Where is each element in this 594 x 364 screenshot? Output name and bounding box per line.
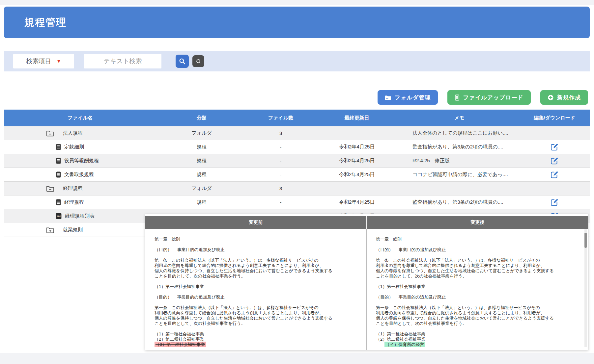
bottom-strip — [0, 353, 594, 364]
diff-text: ことを目的として、次の社会福祉事業を行う。 — [376, 273, 467, 278]
count-cell: - — [247, 140, 314, 154]
count-cell: 3 — [247, 182, 314, 195]
edit-button[interactable] — [550, 157, 559, 165]
edit-icon — [550, 157, 559, 165]
category-cell: 規程 — [156, 168, 247, 181]
diff-text: ことを目的として、次の社会福祉事業を行う。 — [155, 321, 245, 326]
folder-manage-label: フォルダ管理 — [395, 94, 431, 101]
folder-icon — [385, 95, 391, 100]
file-name[interactable]: 経理規程別表 — [65, 213, 95, 219]
diff-before-title: 変更前 — [145, 216, 367, 229]
count-cell: - — [247, 154, 314, 168]
diff-text: 個人の尊厳を保持しつつ、自立した生活を地域社会において営むことができるよう支援す… — [155, 316, 332, 321]
file-name[interactable]: 定款細則 — [64, 144, 84, 150]
diff-paragraph: （目的） 事業目的の追加及び廃止 — [376, 247, 579, 252]
file-name-cell: PDF 文書取扱規程 — [4, 168, 156, 181]
diff-text: （目的） 事業目的の追加及び廃止 — [155, 295, 224, 299]
date-cell: 令和2年4月25日 — [314, 140, 399, 154]
reset-button[interactable] — [192, 55, 204, 67]
table-header: ファイル名 分類 ファイル数 最終更新日 メモ 編集/ダウンロード — [4, 110, 590, 126]
diff-text: 利用者の意向を尊重して総合的に提供されるよう創意工夫することにより、利用者が、 — [376, 310, 545, 315]
table-row[interactable]: PDF 経理規程 規程 - 令和2年4月25日 監査指摘があり、第3条の2項の職… — [4, 195, 590, 209]
search-icon — [179, 58, 186, 65]
memo-cell: 監査指摘があり、第3条の2項の職員の.... — [399, 195, 519, 209]
pdf-icon: PDF — [56, 213, 62, 219]
edit-icon — [550, 143, 559, 151]
diff-before-column: 第一章 総則（目的） 事業目的の追加及び廃止第一条 この社会福祉法人（以下「法人… — [145, 229, 367, 350]
diff-text: 利用者の意向を尊重して総合的に提供されるよう創意工夫することにより、利用者が、 — [376, 263, 545, 268]
column-header-file-name: ファイル名 — [4, 110, 156, 126]
diff-paragraph: 第一章 総則 — [155, 237, 357, 242]
category-cell: 規程 — [156, 154, 247, 168]
scrollbar-track[interactable] — [584, 229, 587, 347]
file-name[interactable]: 経理規程 — [63, 185, 83, 192]
count-cell: 3 — [247, 126, 314, 140]
document-icon — [56, 199, 61, 205]
diff-text: （目的） 事業目的の追加及び廃止 — [376, 247, 446, 252]
folder-open-icon — [46, 185, 54, 192]
column-header-category: 分類 — [156, 110, 247, 126]
search-field-label: 検索項目 — [26, 57, 51, 65]
diff-text: （1）第一種社会福祉事業 — [376, 284, 425, 289]
table-row[interactable]: PDF 法人規程 フォルダ 3 法人全体のとしての規程はここにお願い.... — [4, 126, 590, 140]
diff-del-text: （3）第三種社会福祉事業 — [155, 342, 206, 347]
diff-paragraph: （1）第一種社会福祉事業（2）第二種社会福祉事業 （イ）保育所の経営 — [376, 331, 579, 347]
diff-paragraph: 第一条 この社会福祉法人（以下「法人」という。）は、多様な福祉サービスがその利用… — [155, 258, 357, 279]
column-header-memo: メモ — [399, 110, 519, 126]
memo-cell — [399, 182, 519, 195]
table-row[interactable]: PDF 役員等報酬規程 規程 - 令和2年4月25日 R2.4.25 修正版 — [4, 154, 590, 168]
chevron-down-icon: ▼ — [57, 59, 61, 64]
file-name-cell: PDF 役員等報酬規程 — [4, 154, 156, 168]
search-button[interactable] — [176, 55, 189, 68]
date-cell: 令和2年4月25日 — [314, 154, 399, 168]
table-row[interactable]: PDF 経理規程 フォルダ 3 — [4, 182, 590, 195]
date-cell — [314, 126, 399, 140]
file-upload-button[interactable]: ファイルアップロード — [447, 90, 531, 105]
file-name[interactable]: 文書取扱規程 — [64, 171, 94, 178]
diff-text: 第一章 総則 — [376, 237, 402, 242]
edit-cell — [520, 182, 590, 195]
folder-manage-button[interactable]: フォルダ管理 — [378, 90, 438, 105]
file-name[interactable]: 役員等報酬規程 — [64, 158, 99, 164]
table-row[interactable]: PDF 文書取扱規程 規程 - 令和2年4月25日 ココナビ園認可申請の際に、必… — [4, 168, 590, 182]
folder-open-icon — [46, 130, 54, 137]
date-cell: 令和2年4月25日 — [314, 168, 399, 181]
count-cell: - — [247, 168, 314, 181]
memo-cell: 監査指摘があり、第3条の2項の職員の.... — [399, 140, 519, 154]
edit-icon — [550, 170, 559, 179]
diff-paragraph: 第一条 この社会福祉法人（以下「法人」という。）は、多様な福祉サービスがその利用… — [376, 305, 579, 326]
memo-cell: ココナビ園認可申請の際に、必要であっ.... — [399, 168, 519, 181]
file-name[interactable]: 就業規則 — [63, 227, 83, 233]
category-cell: 規程 — [156, 195, 247, 209]
diff-text: 利用者の意向を尊重して総合的に提供されるよう創意工夫することにより、利用者が、 — [155, 310, 323, 315]
file-name-cell: PDF 経理規程 — [4, 195, 156, 209]
file-name[interactable]: 経理規程 — [64, 199, 84, 205]
file-upload-icon — [455, 94, 460, 101]
diff-paragraph: （目的） 事業目的の追加及び廃止 — [155, 295, 357, 300]
diff-paragraph: 第一条 この社会福祉法人（以下「法人」という。）は、多様な福祉サービスがその利用… — [155, 305, 357, 326]
diff-comparison-panel: 変更前 変更後 第一章 総則（目的） 事業目的の追加及び廃止第一条 この社会福祉… — [145, 214, 588, 350]
diff-text: （目的） 事業目的の追加及び廃止 — [376, 295, 446, 299]
create-new-button[interactable]: 新規作成 — [540, 90, 588, 105]
plus-circle-icon — [548, 94, 554, 101]
file-name-cell: PDF 経理規程 — [4, 182, 156, 195]
table-row[interactable]: PDF 定款細則 規程 - 令和2年4月25日 監査指摘があり、第3条の2項の職… — [4, 140, 590, 154]
diff-paragraph: （目的） 事業目的の追加及び廃止 — [155, 247, 357, 252]
file-name-cell: PDF 就業規則 — [4, 223, 156, 237]
file-name[interactable]: 法人規程 — [63, 130, 83, 136]
diff-text: 第一条 この社会福祉法人（以下「法人」という。）は、多様な福祉サービスがその — [155, 305, 319, 310]
diff-paragraph: 第一条 この社会福祉法人（以下「法人」という。）は、多様な福祉サービスがその利用… — [376, 258, 579, 279]
column-header-file-count: ファイル数 — [247, 110, 314, 126]
edit-button[interactable] — [550, 170, 559, 179]
column-header-edit-download: 編集/ダウンロード — [520, 110, 590, 126]
diff-text: 第一条 この社会福祉法人（以下「法人」という。）は、多様な福祉サービスがその — [376, 305, 540, 310]
count-cell: - — [247, 195, 314, 209]
search-field-dropdown[interactable]: 検索項目 ▼ — [13, 54, 74, 68]
search-input[interactable] — [84, 54, 161, 68]
edit-button[interactable] — [550, 143, 559, 151]
diff-add-text: （イ）保育所の経営 — [384, 342, 425, 347]
memo-cell: R2.4.25 修正版 — [399, 154, 519, 168]
edit-button[interactable] — [550, 198, 559, 207]
file-name-cell: PDF 法人規程 — [4, 126, 156, 140]
scrollbar-thumb[interactable] — [584, 233, 587, 248]
